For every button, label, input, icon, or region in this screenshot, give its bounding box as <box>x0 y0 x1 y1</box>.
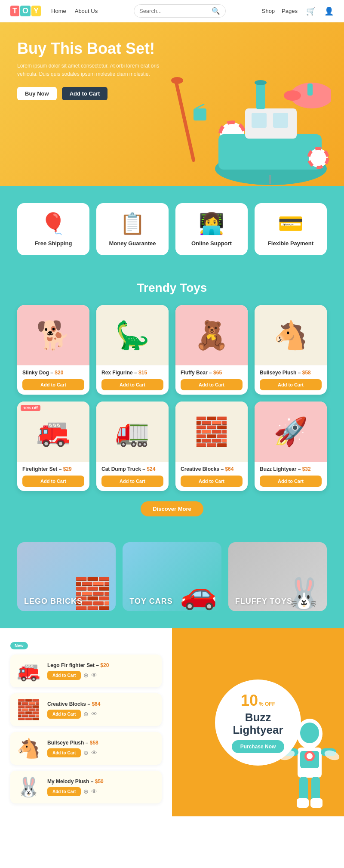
features-grid: 🎈 Free Shipping 📋 Money Guarantee 👩‍💻 On… <box>17 203 327 255</box>
arrival-compare-icon-2[interactable]: ⊕ <box>83 749 89 756</box>
promo-off: % OFF <box>259 701 275 707</box>
toy-info-5: Cat Dump Truck – $24 Add to Cart <box>96 462 169 491</box>
add-to-cart-hero-button[interactable]: Add to Cart <box>62 87 108 100</box>
arrival-add-btn-1[interactable]: Add to Cart <box>47 710 81 719</box>
feature-label-2: Online Support <box>191 240 232 247</box>
svg-line-0 <box>176 83 194 160</box>
add-to-cart-6[interactable]: Add to Cart <box>181 476 243 487</box>
toy-emoji-5: 🚛 <box>115 416 150 448</box>
arrival-name-2: Bullseye Plush – $58 <box>47 740 157 746</box>
toy-name-5: Cat Dump Truck – $24 <box>101 466 163 472</box>
search-bar[interactable]: 🔍 <box>134 4 226 18</box>
arrival-item-0: 🚒 Lego Fir fighter Set – $20 Add to Cart… <box>10 655 162 687</box>
svg-point-12 <box>255 80 267 85</box>
svg-rect-29 <box>297 798 309 808</box>
svg-rect-30 <box>310 798 322 808</box>
purchase-now-button[interactable]: Purchase Now <box>232 740 285 753</box>
add-to-cart-3[interactable]: Add to Cart <box>260 379 322 390</box>
user-icon[interactable]: 👤 <box>324 6 334 16</box>
toy-emoji-0: 🐕 <box>36 319 71 352</box>
boat-svg <box>159 48 331 186</box>
hero-title: Buy This Boat Set! <box>17 40 163 58</box>
hero-buttons: Buy Now Add to Cart <box>17 87 163 100</box>
search-icon[interactable]: 🔍 <box>212 7 220 15</box>
toy-card-6: 🧱 Creative Blocks – $64 Add to Cart <box>175 402 248 491</box>
toy-card-1: 🦕 Rex Figurine – $15 Add to Cart <box>96 305 169 395</box>
toy-price-1: $15 <box>138 370 147 376</box>
arrival-item-1: 🧱 Creative Blocks – $64 Add to Cart ⊕ 👁 <box>10 693 162 726</box>
toy-name-3: Bullseye Plush – $58 <box>260 370 322 376</box>
toy-info-0: Slinky Dog – $20 Add to Cart <box>17 365 89 395</box>
arrival-info-0: Lego Fir fighter Set – $20 Add to Cart ⊕… <box>47 662 157 680</box>
add-to-cart-0[interactable]: Add to Cart <box>22 379 84 390</box>
toy-price-6: $64 <box>225 466 233 472</box>
categories-section: 🧱 LEGO BRICKS 🚗 TOY CARS 🐰 FLUFFY TOYS <box>0 534 344 628</box>
hero-description: Lorem ipsum dolor sit amet consectetur. … <box>17 62 163 78</box>
nav-shop[interactable]: Shop <box>262 8 275 14</box>
arrival-add-btn-3[interactable]: Add to Cart <box>47 787 81 796</box>
toy-card-3: 🐴 Bullseye Plush – $58 Add to Cart <box>255 305 327 395</box>
hero-section: Buy This Boat Set! Lorem ipsum dolor sit… <box>0 22 344 186</box>
feature-card-3: 💳 Flexible Payment <box>255 203 327 255</box>
arrival-actions-0: Add to Cart ⊕ 👁 <box>47 671 157 680</box>
toy-card-7: 🚀 Buzz Lightyear – $32 Add to Cart <box>255 402 327 491</box>
toy-price-0: $20 <box>55 370 63 376</box>
arrival-compare-icon-1[interactable]: ⊕ <box>83 710 89 717</box>
arrival-price-3: $50 <box>95 778 104 785</box>
nav-pages[interactable]: Pages <box>282 8 298 14</box>
arrival-eye-icon-3[interactable]: 👁 <box>91 788 97 795</box>
categories-grid: 🧱 LEGO BRICKS 🚗 TOY CARS 🐰 FLUFFY TOYS <box>17 542 327 611</box>
svg-point-16 <box>309 148 328 167</box>
toy-info-6: Creative Blocks – $64 Add to Cart <box>175 462 248 491</box>
buy-now-button[interactable]: Buy Now <box>17 87 57 100</box>
feature-icon-3: 💳 <box>278 212 304 236</box>
search-input[interactable] <box>139 8 208 14</box>
add-to-cart-4[interactable]: Add to Cart <box>22 476 84 487</box>
add-to-cart-1[interactable]: Add to Cart <box>101 379 163 390</box>
discover-more-button[interactable]: Discover More <box>141 501 203 516</box>
navbar-right-links: Shop Pages <box>262 8 298 14</box>
cat-label-0: LEGO BRICKS <box>24 597 83 606</box>
arrival-compare-icon-3[interactable]: ⊕ <box>83 788 89 795</box>
arrival-info-2: Bullseye Plush – $58 Add to Cart ⊕ 👁 <box>47 740 157 757</box>
toy-name-6: Creative Blocks – $64 <box>181 466 243 472</box>
arrival-eye-icon-1[interactable]: 👁 <box>91 710 97 717</box>
logo[interactable]: T O Y <box>10 6 41 16</box>
logo-y: Y <box>31 6 41 16</box>
arrival-actions-2: Add to Cart ⊕ 👁 <box>47 748 157 757</box>
trendy-title: Trendy Toys <box>17 281 327 295</box>
bottom-section: New 🚒 Lego Fir fighter Set – $20 Add to … <box>0 628 344 816</box>
arrival-actions-1: Add to Cart ⊕ 👁 <box>47 710 157 719</box>
toy-emoji-3: 🐴 <box>273 319 308 352</box>
arrival-eye-icon-2[interactable]: 👁 <box>91 749 97 756</box>
nav-about[interactable]: About Us <box>75 8 98 14</box>
add-to-cart-2[interactable]: Add to Cart <box>181 379 243 390</box>
arrival-info-3: My Melody Plush – $50 Add to Cart ⊕ 👁 <box>47 778 157 796</box>
discover-more-wrap: Discover More <box>17 501 327 516</box>
arrival-add-btn-0[interactable]: Add to Cart <box>47 671 81 680</box>
toy-name-1: Rex Figurine – $15 <box>101 370 163 376</box>
navbar-links: Home About Us <box>51 8 98 14</box>
svg-rect-11 <box>256 83 265 109</box>
arrival-add-btn-2[interactable]: Add to Cart <box>47 748 81 757</box>
toy-price-2: $65 <box>213 370 222 376</box>
feature-icon-1: 📋 <box>120 212 145 236</box>
category-card-1[interactable]: 🚗 TOY CARS <box>123 542 221 611</box>
category-card-2[interactable]: 🐰 FLUFFY TOYS <box>228 542 327 611</box>
toy-emoji-6: 🧱 <box>194 416 229 448</box>
arrival-eye-icon-0[interactable]: 👁 <box>91 672 97 679</box>
category-card-0[interactable]: 🧱 LEGO BRICKS <box>17 542 116 611</box>
add-to-cart-5[interactable]: Add to Cart <box>101 476 163 487</box>
cart-icon[interactable]: 🛒 <box>306 6 316 16</box>
feature-card-2: 👩‍💻 Online Support <box>175 203 248 255</box>
arrival-compare-icon-0[interactable]: ⊕ <box>83 672 89 679</box>
toy-card-2: 🧸 Fluffy Bear – $65 Add to Cart <box>175 305 248 395</box>
nav-home[interactable]: Home <box>51 8 66 14</box>
toy-emoji-2: 🧸 <box>194 319 229 352</box>
svg-point-19 <box>300 723 319 743</box>
trendy-section: Trendy Toys 🐕 Slinky Dog – $20 Add to Ca… <box>0 272 344 534</box>
add-to-cart-7[interactable]: Add to Cart <box>260 476 322 487</box>
toys-grid: 🐕 Slinky Dog – $20 Add to Cart 🦕 Rex Fig… <box>17 305 327 491</box>
svg-point-14 <box>284 90 301 101</box>
toy-info-3: Bullseye Plush – $58 Add to Cart <box>255 365 327 395</box>
